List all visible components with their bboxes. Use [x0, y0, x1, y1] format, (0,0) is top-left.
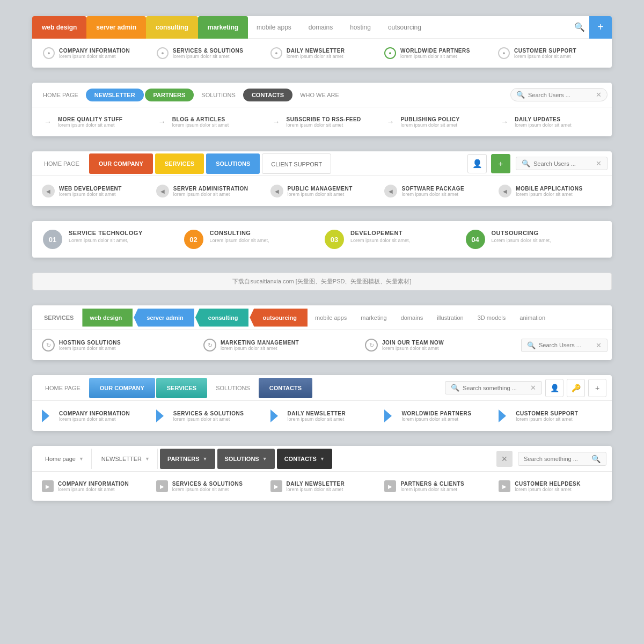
- nav3-tab-ourcompany[interactable]: OUR COMPANY: [89, 153, 153, 174]
- watermark-text: 下载自sucaitianxia.com [矢量图、矢量PSD、矢量图模板、矢量素…: [232, 278, 411, 284]
- nav2-tab-whoweare[interactable]: WHO WE ARE: [294, 92, 346, 98]
- nav6-sub-item-2: SERVICES & SOLUTIONS lorem ipsum dolor s…: [151, 406, 265, 426]
- nav7-tab-contacts[interactable]: CONTACTS ▼: [277, 449, 332, 469]
- nav5-tab-animation[interactable]: animation: [513, 314, 552, 321]
- nav1-tab-serveradmin[interactable]: server admin: [86, 16, 146, 39]
- nav3-sub-text-2: lorem ipsum dolor sit amet: [173, 192, 248, 197]
- nav2-top-bar: HOME PAGE NEWSLETTER PARTNERS SOLUTIONS …: [32, 83, 612, 107]
- nav3-search-box[interactable]: 🔍 ✕: [516, 157, 608, 170]
- nav1-tab-outsourcing[interactable]: outsourcing: [379, 16, 430, 39]
- nav3-tab-homepage[interactable]: HOME PAGE: [36, 160, 87, 167]
- nav1-plus-button[interactable]: +: [589, 16, 612, 39]
- nav3-sub-item-5: ◀ MOBILE APPLICATIONS lorem ipsum dolor …: [493, 181, 608, 201]
- nav6-search-input[interactable]: [463, 385, 527, 391]
- nav2-search-box[interactable]: 🔍 ✕: [510, 88, 608, 101]
- nav5-sub-text-2: lorem ipsum dolor sit amet: [221, 346, 299, 351]
- nav2-tab-contacts[interactable]: CONTACTS: [243, 89, 292, 101]
- nav2-search-clear[interactable]: ✕: [596, 91, 602, 99]
- nav6-tab-services[interactable]: SERVICES: [156, 378, 207, 398]
- nav6-user-icon[interactable]: 👤: [545, 379, 564, 397]
- nav6-key-icon[interactable]: 🔑: [567, 379, 585, 397]
- nav7-tab-solutions[interactable]: SOLUTIONS ▼: [217, 449, 275, 469]
- nav1-sub-text-5: lorem ipsum dolor sit amet: [514, 54, 576, 59]
- nav5-tab-marketing[interactable]: marketing: [354, 314, 393, 321]
- nav7-search-box[interactable]: 🔍: [518, 452, 606, 466]
- nav5-tab-webdesign[interactable]: web design: [82, 309, 133, 327]
- nav1-top-bar: web design server admin consulting marke…: [32, 16, 612, 39]
- nav3-search-icon: 🔍: [522, 159, 530, 167]
- nav2-tab-newsletter[interactable]: NEWSLETTER: [86, 89, 144, 101]
- nav6-sub-item-1: COMPANY INFORMATION lorem ipsum dolor si…: [36, 406, 151, 426]
- nav5-arrow-icon-3: ↻: [365, 339, 378, 352]
- nav6-arrow-icon-3: [270, 409, 283, 422]
- nav7-play-icon-3: ▶: [270, 480, 282, 492]
- nav6-arrow-icon-1: [42, 409, 55, 422]
- nav3-sub-item-4: ◀ SOFTWARE PACKAGE lorem ipsum dolor sit…: [379, 181, 493, 201]
- nav7-tab-newsletter[interactable]: NEWSLETTER ▼: [94, 449, 158, 469]
- nav3-sub-title-1: WEB DEVELOPEMENT: [59, 186, 122, 192]
- nav5-tab-serveradmin[interactable]: server admin: [134, 309, 194, 327]
- nav7-tab-partners[interactable]: PARTNERS ▼: [160, 449, 215, 469]
- nav1-tab-mobileapps[interactable]: mobile apps: [248, 16, 300, 39]
- nav6-sub-item-3: DAILY NEWSLETTER lorem ipsum dolor sit a…: [265, 406, 379, 426]
- nav6-search-box[interactable]: 🔍 ✕: [445, 381, 542, 394]
- nav3-tab-services[interactable]: SERVICES: [155, 153, 204, 174]
- nav3-plus-icon[interactable]: +: [491, 154, 510, 173]
- nav2-search-input[interactable]: [528, 92, 592, 98]
- nav3-tab-clientsupport[interactable]: CLIENT SUPPORT: [262, 153, 331, 174]
- nav6-tab-solutions[interactable]: SOLUTIONS: [208, 385, 258, 391]
- nav2-sub-title-2: BLOG & ARTICLES: [172, 116, 229, 122]
- nav1-sub-text-1: lorem ipsum dolor sit amet: [59, 54, 130, 59]
- nav1-sub-title-5: CUSTOMER SUPPORT: [514, 48, 576, 54]
- nav1-icon-4: ●: [384, 47, 396, 59]
- nav7-search-input[interactable]: [524, 456, 588, 462]
- nav5-tab-consulting[interactable]: consulting: [195, 309, 249, 327]
- nav2-sub-text-2: lorem ipsum dolor sit amet: [172, 122, 229, 128]
- nav5-search-box[interactable]: 🔍 ✕: [521, 339, 608, 352]
- nav2-tab-solutions[interactable]: SOLUTIONS: [195, 92, 242, 98]
- nav5-tab-domains[interactable]: domains: [394, 314, 430, 321]
- nav5-tab-mobileapps[interactable]: mobile apps: [309, 314, 353, 321]
- nav4-step-sub-4: Lorem ipsum dolor sit amet,: [492, 238, 551, 243]
- nav6-search-clear[interactable]: ✕: [530, 384, 536, 392]
- nav1-tab-hosting[interactable]: hosting: [341, 16, 379, 39]
- nav2-sub-item-2: → BLOG & ARTICLES lorem ipsum dolor sit …: [151, 113, 265, 131]
- nav7-tab-homepage[interactable]: Home page ▼: [38, 449, 92, 469]
- navbar-3: HOME PAGE OUR COMPANY SERVICES SOLUTIONS…: [32, 151, 612, 206]
- nav7-sub-item-1: ▶ COMPANY INFORMATION lorem ipsum dolor …: [36, 477, 151, 495]
- nav1-tab-marketing[interactable]: marketing: [198, 16, 248, 39]
- nav5-tab-3dmodels[interactable]: 3D models: [471, 314, 513, 321]
- nav2-sub-text-1: lorem ipsum dolor sit amet: [58, 122, 122, 128]
- nav4-step-num-2: 02: [184, 230, 203, 249]
- nav5-search-clear[interactable]: ✕: [596, 341, 602, 349]
- nav7-close-button[interactable]: ✕: [496, 451, 513, 467]
- nav6-tab-ourcompany[interactable]: OUR COMPANY: [89, 378, 155, 398]
- nav3-search-clear[interactable]: ✕: [596, 159, 602, 167]
- nav7-caret-5: ▼: [320, 456, 325, 462]
- nav3-arrow-icon-5: ◀: [499, 185, 511, 197]
- nav2-tab-homepage[interactable]: HOME PAGE: [36, 92, 85, 98]
- nav3-user-icon[interactable]: 👤: [467, 154, 487, 173]
- nav6-tab-homepage[interactable]: HOME PAGE: [38, 385, 88, 391]
- nav3-search-input[interactable]: [533, 160, 592, 167]
- nav7-search-icon[interactable]: 🔍: [591, 455, 601, 463]
- nav1-tab-webdesign[interactable]: web design: [32, 16, 86, 39]
- nav1-search-icon[interactable]: 🔍: [570, 16, 589, 39]
- nav6-plus-icon[interactable]: +: [588, 379, 606, 397]
- nav7-sub-title-1: COMPANY INFORMATION: [58, 481, 129, 487]
- nav3-sub-item-2: ◀ SERVER ADMINISTRATION lorem ipsum dolo…: [151, 181, 265, 201]
- nav3-tab-solutions[interactable]: SOLUTIONS: [206, 153, 260, 174]
- nav3-arrow-icon-2: ◀: [156, 185, 169, 197]
- nav5-tab-illustration[interactable]: illustration: [430, 314, 470, 321]
- nav3-sub-text-1: lorem ipsum dolor sit amet: [59, 192, 122, 197]
- nav1-icon-5: ●: [498, 47, 510, 59]
- nav5-tab-outsourcing[interactable]: outsourcing: [250, 309, 308, 327]
- nav1-sub-item-2: ● SERVICES & SOLUTIONS lorem ipsum dolor…: [151, 44, 265, 62]
- nav1-tab-domains[interactable]: domains: [300, 16, 341, 39]
- nav1-tab-consulting[interactable]: consulting: [146, 16, 198, 39]
- nav7-sub-text-1: lorem ipsum dolor sit amet: [58, 487, 129, 492]
- nav6-tab-contacts[interactable]: CONTACTS: [259, 378, 312, 398]
- nav1-sub-title-2: SERVICES & SOLUTIONS: [173, 48, 244, 54]
- nav2-tab-partners[interactable]: PARTNERS: [145, 89, 194, 101]
- nav5-search-input[interactable]: [539, 342, 592, 348]
